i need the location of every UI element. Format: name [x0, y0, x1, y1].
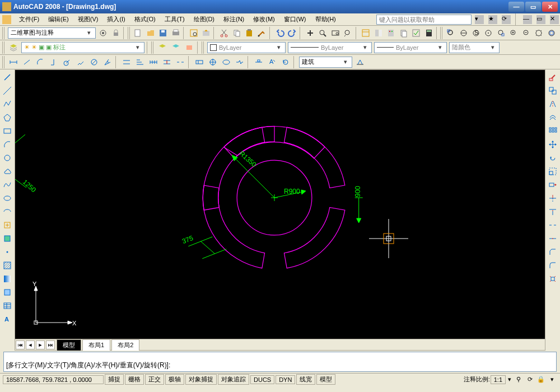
- menu-draw[interactable]: 绘图(D): [189, 13, 219, 25]
- dimordinate-icon[interactable]: [48, 56, 60, 68]
- ducs-toggle[interactable]: DUCS: [250, 375, 274, 384]
- command-line[interactable]: [多行文字(M)/文字(T)/角度(A)/水平(H)/垂直(V)/旋转(R)]:: [3, 352, 557, 372]
- maximize-button[interactable]: ▭: [525, 2, 541, 12]
- markup-icon[interactable]: [410, 27, 422, 39]
- dimedit-icon[interactable]: [253, 56, 265, 68]
- menu-format[interactable]: 格式(O): [130, 13, 160, 25]
- polygon-icon[interactable]: [1, 111, 13, 124]
- menu-help[interactable]: 帮助(H): [311, 13, 340, 25]
- circle-icon[interactable]: [1, 152, 13, 164]
- menu-insert[interactable]: 插入(I): [102, 13, 129, 25]
- gradient-icon[interactable]: [1, 273, 13, 285]
- tab-first-icon[interactable]: ⏮: [16, 340, 25, 349]
- help-search-input[interactable]: [376, 15, 472, 25]
- trim-icon[interactable]: [547, 192, 559, 204]
- rotate-icon[interactable]: [547, 152, 559, 164]
- lwt-toggle[interactable]: 线宽: [296, 374, 315, 385]
- plotstyle-combo[interactable]: 随颜色▾: [449, 42, 500, 53]
- toolpalette-icon[interactable]: [385, 27, 396, 39]
- zoom-window2-icon[interactable]: [445, 27, 456, 39]
- gear-icon[interactable]: [97, 27, 109, 39]
- stretch-icon[interactable]: [547, 179, 559, 191]
- xline-icon[interactable]: [1, 85, 13, 97]
- zoom-scale-icon[interactable]: S: [470, 27, 482, 39]
- dimlinear-icon[interactable]: [7, 56, 20, 68]
- zoom-prev-icon[interactable]: [342, 27, 353, 39]
- new-icon[interactable]: [132, 27, 143, 39]
- tab-next-icon[interactable]: ►: [36, 340, 45, 349]
- tab-last-icon[interactable]: ⏭: [46, 340, 55, 349]
- snap-toggle[interactable]: 捕捉: [105, 374, 124, 385]
- move-icon[interactable]: [547, 138, 559, 151]
- fillet-icon[interactable]: [547, 259, 559, 272]
- workspace-combo[interactable]: 二维草图与注释▾: [8, 27, 96, 39]
- ellipsearc-icon[interactable]: [1, 206, 13, 218]
- dimcontinue-icon[interactable]: [147, 56, 160, 68]
- plot-icon[interactable]: [170, 27, 181, 39]
- tab-layout1[interactable]: 布局1: [82, 339, 110, 351]
- ellipse-icon[interactable]: [1, 192, 13, 204]
- revcloud-icon[interactable]: [1, 165, 13, 178]
- search-dropdown-icon[interactable]: ▾: [475, 15, 484, 24]
- redo-icon[interactable]: [287, 27, 298, 39]
- zoom-extents-icon[interactable]: [545, 27, 557, 39]
- polar-toggle[interactable]: 极轴: [165, 374, 184, 385]
- tab-model[interactable]: 模型: [57, 339, 81, 351]
- diminspect-icon[interactable]: [220, 56, 232, 68]
- layer-prev-icon[interactable]: [156, 41, 169, 54]
- dimupdate-icon[interactable]: [279, 56, 292, 68]
- grid-toggle[interactable]: 栅格: [125, 374, 144, 385]
- tab-prev-icon[interactable]: ◄: [26, 340, 35, 349]
- menu-view[interactable]: 视图(V): [73, 13, 103, 25]
- qdim-icon[interactable]: [120, 56, 133, 68]
- dyn-toggle[interactable]: DYN: [276, 375, 295, 384]
- menu-dim[interactable]: 标注(N): [219, 13, 249, 25]
- dimspace-icon[interactable]: [161, 56, 173, 68]
- layer-combo[interactable]: ☀☀▣▣ 标注▾: [21, 42, 144, 53]
- break-icon[interactable]: [547, 219, 559, 231]
- dimradius-icon[interactable]: [61, 56, 73, 68]
- sheetset-icon[interactable]: [398, 27, 409, 39]
- rectangle-icon[interactable]: [1, 125, 13, 137]
- zoom-all-icon[interactable]: [533, 27, 544, 39]
- chamfer-icon[interactable]: [547, 246, 559, 258]
- zoom-in-icon[interactable]: [508, 27, 519, 39]
- mirror-icon[interactable]: [547, 98, 559, 110]
- linetype-combo[interactable]: ByLayer▾: [288, 42, 372, 53]
- zoom-center-icon[interactable]: [483, 27, 494, 39]
- anno-visibility-icon[interactable]: ⚲: [514, 375, 524, 385]
- point-icon[interactable]: [1, 246, 13, 258]
- status-tray-icon[interactable]: ▾: [547, 375, 557, 385]
- pline-icon[interactable]: [1, 98, 13, 110]
- dimbreak-icon[interactable]: [174, 56, 186, 68]
- ortho-toggle[interactable]: 正交: [145, 374, 164, 385]
- extend-icon[interactable]: [547, 206, 559, 218]
- star-icon[interactable]: ★: [488, 15, 497, 24]
- dimstyle-combo[interactable]: 建筑▾: [299, 57, 352, 68]
- spline-icon[interactable]: [1, 179, 13, 191]
- dimtedit-icon[interactable]: A: [266, 56, 278, 68]
- scale-icon[interactable]: [547, 165, 559, 178]
- dimarc-icon[interactable]: [34, 56, 46, 68]
- drawing-canvas[interactable]: R900 R1350 375 900 1250 X Y: [15, 70, 545, 339]
- nav-icon[interactable]: ⟳: [502, 15, 511, 24]
- otrack-toggle[interactable]: 对象追踪: [218, 374, 249, 385]
- array-icon[interactable]: [547, 125, 559, 137]
- color-combo[interactable]: ByLayer▾: [207, 42, 286, 53]
- block-icon[interactable]: [1, 232, 13, 245]
- insert-icon[interactable]: [1, 219, 13, 231]
- lock-icon[interactable]: [110, 27, 122, 39]
- arc-icon[interactable]: [1, 138, 13, 151]
- zoom-window-icon[interactable]: [330, 27, 341, 39]
- dimbaseline-icon[interactable]: [134, 56, 146, 68]
- dimjogged-icon[interactable]: [74, 56, 87, 68]
- zoom-object-icon[interactable]: [496, 27, 507, 39]
- doc-minimize-icon[interactable]: —: [523, 15, 532, 24]
- paste-icon[interactable]: [244, 27, 255, 39]
- dimdiameter-icon[interactable]: [88, 56, 100, 68]
- menu-edit[interactable]: 编辑(E): [44, 13, 73, 25]
- calc-icon[interactable]: [423, 27, 434, 39]
- osnap-toggle[interactable]: 对象捕捉: [185, 374, 217, 385]
- zoom-realtime-icon[interactable]: [317, 27, 328, 39]
- join-icon[interactable]: [547, 232, 559, 245]
